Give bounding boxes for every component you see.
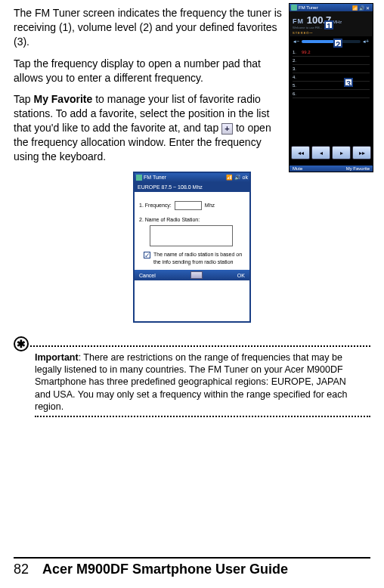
scan-forward-button[interactable]: ▸▸: [352, 146, 371, 159]
page-number: 82: [14, 562, 29, 577]
volume-up-icon[interactable]: ◂+: [362, 39, 370, 45]
preset-row[interactable]: 5.: [293, 82, 370, 90]
preset-row[interactable]: 3.: [293, 65, 370, 73]
frequency-label: 1. Frequency:: [139, 202, 172, 209]
cancel-button[interactable]: Cancel: [139, 273, 156, 278]
station-name-input[interactable]: [150, 225, 233, 246]
volume-row[interactable]: ◂− ◂+ 2: [290, 36, 373, 47]
checkbox-label: The name of radio station is based on th…: [153, 251, 245, 266]
frequency-display[interactable]: FM 100.7 MHz Welcome to use FM... STEREO…: [290, 11, 373, 36]
use-broadcast-name-checkbox[interactable]: [144, 252, 150, 258]
preset-row[interactable]: 1.99.2: [293, 48, 370, 57]
important-note: ✱ Important: There are restrictions on t…: [14, 336, 370, 417]
app-title: FM Tuner: [299, 5, 318, 10]
signal-icon: 📶: [226, 175, 233, 181]
volume-icon: 🔊: [359, 5, 364, 11]
step-back-button[interactable]: ◂: [311, 146, 330, 159]
divider: [35, 416, 370, 417]
frequency-unit: MHz: [333, 20, 342, 24]
preset-row[interactable]: 2.: [293, 57, 370, 65]
fm-softkeys: Mute My Favorite: [290, 166, 373, 172]
step-forward-button[interactable]: ▸: [332, 146, 351, 159]
paragraph-tap-frequency: Tap the frequency display to open a numb…: [14, 57, 283, 85]
important-body: : There are restrictions on the range of…: [35, 352, 347, 412]
callout-1: 1: [324, 20, 333, 29]
close-icon: ✕: [366, 5, 371, 11]
preset-row[interactable]: 6.: [293, 90, 370, 98]
frequency-allocation-screenshot: FM Tuner 📶 🔊 ok EUROPE 87.5 ~ 108.0 Mhz …: [133, 172, 251, 323]
paragraph-my-favorite: Tap My Favorite to manage your list of f…: [14, 92, 283, 163]
my-favorite-label: My Favorite: [33, 93, 92, 105]
paragraph-overview: The FM Tuner screen indicates the freque…: [14, 6, 283, 49]
region-range: EUROPE 87.5 ~ 108.0 Mhz: [135, 182, 249, 192]
preset-row[interactable]: 4.: [293, 73, 370, 82]
fm-tuner-screenshot: FM Tuner 📶 🔊 ✕ FM 100.7 MHz Welcome to u…: [289, 3, 373, 172]
scan-back-button[interactable]: ◂◂: [291, 146, 310, 159]
station-name-label: 2. Name of Radio Station:: [139, 216, 245, 224]
callout-2: 2: [333, 39, 342, 48]
important-text: Important: There are restrictions on the…: [35, 351, 364, 413]
info-icon: ✱: [14, 336, 29, 351]
mute-softkey[interactable]: Mute: [293, 166, 302, 171]
dialog-titlebar: FM Tuner 📶 🔊 ok: [135, 173, 249, 182]
stereo-indicator: STEREO••: [293, 31, 371, 35]
signal-icon: 📶: [352, 5, 358, 11]
frequency-unit-label: Mhz: [205, 202, 215, 209]
preset-list: 1.99.2 2. 3. 4. 5. 6. 3: [290, 47, 373, 100]
fm-logo: FM: [293, 17, 304, 25]
frequency-input[interactable]: [175, 201, 202, 210]
myfavorite-softkey[interactable]: My Favorite: [346, 166, 370, 171]
text: Tap: [14, 93, 33, 105]
page-footer: 82 Acer M900DF Smartphone User Guide: [14, 557, 370, 577]
windows-start-icon: [136, 175, 142, 181]
guide-title: Acer M900DF Smartphone User Guide: [42, 562, 288, 577]
ok-button[interactable]: OK: [237, 273, 245, 278]
ok-icon[interactable]: ok: [243, 175, 248, 180]
volume-icon: 🔊: [234, 175, 241, 181]
keyboard-icon[interactable]: [190, 271, 203, 279]
callout-3: 3: [344, 78, 353, 87]
plus-icon: +: [221, 123, 233, 135]
volume-slider[interactable]: [302, 40, 361, 43]
dialog-softkeys: Cancel OK: [135, 270, 249, 280]
fm-titlebar: FM Tuner 📶 🔊 ✕: [290, 4, 373, 11]
volume-down-icon[interactable]: ◂−: [293, 39, 300, 45]
windows-start-icon: [291, 5, 297, 11]
dialog-app-title: FM Tuner: [144, 175, 166, 180]
important-label: Important: [35, 352, 79, 363]
divider: [30, 345, 370, 347]
transport-controls: ◂◂ ◂ ▸ ▸▸: [290, 144, 373, 161]
